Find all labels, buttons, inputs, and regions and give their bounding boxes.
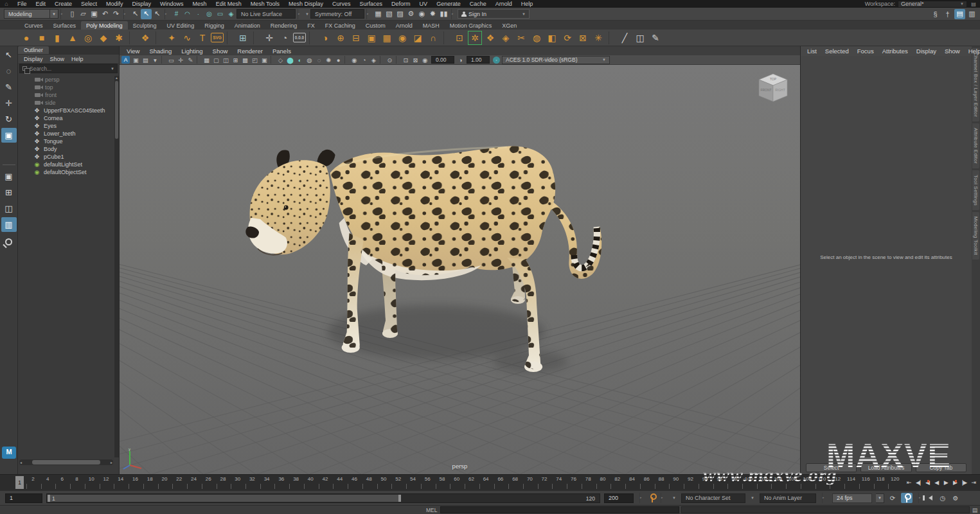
command-input[interactable] <box>440 506 679 513</box>
menu-mesh[interactable]: Mesh <box>188 0 211 8</box>
menu-uv[interactable]: UV <box>415 0 432 8</box>
attribute-editor-menu-selected[interactable]: Selected <box>821 48 853 55</box>
outliner-item-body[interactable]: ✥Body <box>18 145 114 153</box>
two-pane-layout[interactable]: ◫ <box>1 201 17 216</box>
grid-toggle-icon[interactable]: ▦ <box>202 57 211 64</box>
gate-mask-icon[interactable]: ⊞ <box>231 57 240 64</box>
render-settings-icon[interactable]: ⚙ <box>405 9 416 19</box>
attribute-editor-menu-display[interactable]: Display <box>913 48 940 55</box>
outliner-item-pcube1[interactable]: ✥pCube1 <box>18 153 114 161</box>
snap-align-icon[interactable]: ❖ <box>483 31 497 45</box>
lighting-icon[interactable]: ✺ <box>324 57 334 64</box>
menu-generate[interactable]: Generate <box>432 0 465 8</box>
chevron-down-icon[interactable]: ▼ <box>304 12 310 16</box>
snapshot-icon[interactable]: ⊡ <box>401 57 411 64</box>
exposure-field[interactable]: 0.00 <box>431 56 454 64</box>
chevron-down-icon[interactable]: ▼ <box>671 496 677 500</box>
group-separator[interactable] <box>366 9 371 19</box>
multi-cut-icon[interactable]: ✂ <box>514 31 528 45</box>
modeling-toolkit-toggle-icon[interactable]: § <box>930 9 941 19</box>
chevron-down-icon[interactable]: ▼ <box>749 496 756 500</box>
menu-cache[interactable]: Cache <box>465 0 491 8</box>
bookmarks-icon[interactable]: ▾ <box>150 57 160 64</box>
smooth-shade-icon[interactable]: ⬤ <box>285 57 295 64</box>
type-tool-icon[interactable]: T <box>195 31 209 45</box>
snap-to-projected-center-icon[interactable]: ◎ <box>204 9 215 19</box>
menu-display[interactable]: Display <box>128 0 156 8</box>
load-attributes-button[interactable]: Load Attributes <box>860 463 911 472</box>
motion-blur-icon[interactable]: ◔ <box>359 57 369 64</box>
play-forwards-button[interactable]: ▶ <box>941 479 950 486</box>
multi-cut-pen-icon[interactable]: ✎ <box>648 31 663 45</box>
super-shape-icon[interactable]: ✦ <box>165 31 179 45</box>
menu-curves[interactable]: Curves <box>328 0 355 8</box>
outliner-item-persp[interactable]: persp <box>18 76 114 84</box>
save-scene-icon[interactable]: ▣ <box>89 9 100 19</box>
viewport-menu-panels[interactable]: Panels <box>268 48 296 55</box>
select-camera-icon[interactable]: A <box>121 56 130 64</box>
shelf-tab-arnold[interactable]: Arnold <box>391 21 418 30</box>
make-live-icon[interactable]: ◈ <box>226 9 236 19</box>
2d-pan-zoom-icon[interactable]: ✛ <box>176 57 186 64</box>
fps-selector[interactable]: 24 fps <box>832 493 872 503</box>
shelf-tab-xgen[interactable]: XGen <box>497 21 522 30</box>
poly-cone-icon[interactable]: ▲ <box>66 31 80 45</box>
viewport-menu-view[interactable]: View <box>122 48 144 55</box>
outliner-tab[interactable]: Outliner <box>18 46 49 54</box>
outliner-item-eyes[interactable]: ✥Eyes <box>18 122 114 130</box>
sign-in-button[interactable]: Sign In ▼ <box>458 9 530 19</box>
sweep-mesh-icon[interactable]: ∿ <box>180 31 194 45</box>
colorspace-selector[interactable]: ACES 1.0 SDR-video (sRGB) ▼ <box>502 56 610 64</box>
spin-edge-icon[interactable]: ⟳ <box>560 31 575 45</box>
wireframe-icon[interactable]: ◇ <box>276 57 285 64</box>
viewport-canvas[interactable]: TOP FRONT RIGHT y persp <box>120 65 800 474</box>
platonic-solid-icon[interactable]: ❖ <box>138 31 152 45</box>
move-tool[interactable]: ✛ <box>1 96 17 111</box>
duplicate-icon[interactable]: ⊡ <box>452 31 467 45</box>
step-back-key-button[interactable]: ◀ <box>923 479 932 486</box>
attribute-editor-menu-help[interactable]: Help <box>965 48 980 55</box>
viewport-menu-show[interactable]: Show <box>208 48 233 55</box>
attribute-editor-menu-focus[interactable]: Focus <box>853 48 878 55</box>
attribute-editor-menu-list[interactable]: List <box>803 48 821 55</box>
shelf-tab-poly-modeling[interactable]: Poly Modeling <box>81 21 128 30</box>
outliner-item-defaultlightset[interactable]: ◉defaultLightSet <box>18 161 114 168</box>
freeze-transform-icon[interactable]: 0.0.0 <box>293 33 306 42</box>
menu-create[interactable]: Create <box>50 0 76 8</box>
gamma-icon[interactable]: ◑ <box>456 57 465 64</box>
animation-end-field[interactable]: 200 <box>604 493 634 503</box>
open-scene-icon[interactable]: ▱ <box>78 9 89 19</box>
view-cube[interactable]: TOP FRONT RIGHT <box>755 70 791 106</box>
channel-box-toggle-icon[interactable]: ▤ <box>954 9 965 19</box>
snap-to-point-icon[interactable]: ∙ <box>193 9 204 19</box>
snap-to-grid-icon[interactable]: # <box>171 9 182 19</box>
svg-tool-icon[interactable]: SVG <box>211 33 224 42</box>
current-time-field[interactable]: 1 <box>5 493 42 503</box>
workspace-selector[interactable]: General* ▼ <box>898 1 967 8</box>
menu-edit[interactable]: Edit <box>31 0 51 8</box>
group-separator[interactable] <box>123 9 128 19</box>
outliner-menu-show[interactable]: Show <box>50 56 65 62</box>
symmetry-selector[interactable]: Symmetry: Off <box>310 9 364 19</box>
viewport-menu-renderer[interactable]: Renderer <box>233 48 267 55</box>
set-key-icon[interactable] <box>650 493 655 502</box>
fill-hole-icon[interactable]: ▦ <box>380 31 394 45</box>
shelf-tab-uv-editing[interactable]: UV Editing <box>162 21 200 30</box>
select-object-icon[interactable]: ↖ <box>141 9 152 19</box>
outliner-horizontal-scrollbar[interactable]: ◂ ▸ <box>19 459 113 465</box>
outliner-menu-help[interactable]: Help <box>71 56 84 62</box>
lasso-select-tool[interactable]: ◌ <box>1 64 17 78</box>
outliner-item-tongue[interactable]: ✥Tongue <box>18 137 114 145</box>
poly-cylinder-icon[interactable]: ▮ <box>50 31 64 45</box>
scroll-up-icon[interactable]: ▲ <box>114 76 119 80</box>
lock-camera-icon[interactable]: ▣ <box>131 57 141 64</box>
shelf-tab-surfaces[interactable]: Surfaces <box>48 21 82 30</box>
outliner-menu-display[interactable]: Display <box>24 56 43 62</box>
go-to-end-button[interactable]: ⇥ <box>969 479 978 486</box>
quad-draw-icon[interactable]: ◫ <box>633 31 647 45</box>
render-frame-icon[interactable]: ▦ <box>373 9 384 19</box>
group-separator[interactable] <box>165 9 169 19</box>
character-set-selector[interactable]: No Character Set <box>681 493 745 503</box>
zoom-layout-icon[interactable] <box>5 238 12 245</box>
shelf-tab-fx[interactable]: FX <box>302 21 320 30</box>
